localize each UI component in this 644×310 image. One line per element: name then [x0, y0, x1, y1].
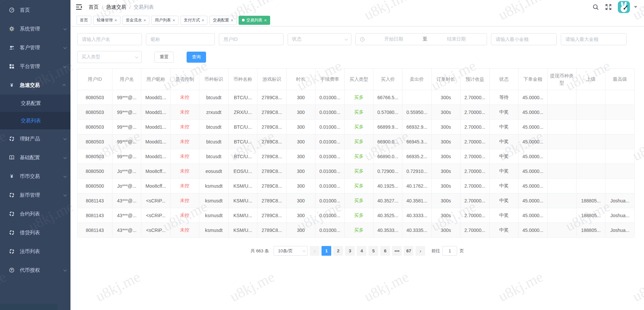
page-button-1[interactable]: 1 [321, 246, 331, 256]
search-icon[interactable] [592, 4, 599, 10]
sidebar-item-contract[interactable]: 合约列表 [0, 204, 70, 223]
table-row[interactable]: 8080500Jo***@...Moo8cff...未控ksmusdtKSM/U… [78, 179, 635, 193]
next-page-button[interactable]: › [415, 246, 425, 256]
fullscreen-icon[interactable] [605, 4, 612, 10]
page-button-2[interactable]: 2 [333, 246, 343, 256]
table-cell [577, 90, 605, 105]
table-row[interactable]: 808050399***@...Moodd1...未控btcusdtBTC/U.… [78, 149, 635, 164]
username-input[interactable] [77, 33, 142, 45]
table-cell: 8081143 [78, 193, 112, 208]
reset-button[interactable]: 重置 [154, 52, 174, 63]
table-row[interactable]: 808114343***@...<sCRiP...未控ksmusdtKSM/U.… [78, 208, 635, 223]
table-cell: 45.0000... [518, 134, 547, 149]
close-icon[interactable]: × [144, 18, 146, 22]
table-cell: Moodd1... [141, 134, 170, 149]
sidebar-item-token-auth[interactable]: 代币授权 [0, 261, 70, 280]
close-icon[interactable]: × [264, 18, 267, 22]
menu-fold-icon[interactable] [75, 3, 83, 11]
page-button-5[interactable]: 5 [368, 246, 378, 256]
min-amount-input[interactable] [491, 33, 557, 45]
max-amount-input[interactable] [561, 33, 627, 45]
table-cell: btcusdt [199, 120, 228, 134]
page-buttons: 123456•••67 [321, 246, 413, 256]
chevron-down-icon[interactable] [634, 6, 637, 8]
table-row[interactable]: 808050399***@...Moodd1...未控btcusdtBTC/U.… [78, 134, 635, 149]
tab-payment[interactable]: 支付方式× [181, 16, 208, 25]
tab-label: 轮播管理 [97, 17, 113, 23]
table-row[interactable]: 808050399***@...Moodd1...未控btcusdtBTC/U.… [78, 90, 635, 105]
table-cell: 8080500 [78, 179, 112, 193]
circle-seg-icon [9, 211, 14, 217]
search-button[interactable]: 查询 [187, 52, 206, 63]
goto-page-input[interactable] [442, 246, 457, 256]
table-cell: 40.3525... [373, 208, 402, 223]
sidebar-item-fiat[interactable]: 法币列表 [0, 242, 70, 261]
table-cell: 66935.2... [402, 149, 431, 164]
close-icon[interactable]: × [231, 18, 233, 22]
table-cell: 188805... [577, 208, 605, 223]
active-tab-dot [242, 19, 245, 21]
table-row[interactable]: 808050399***@...Moodd1...未控btcusdtBTC/U.… [78, 120, 635, 134]
sidebar-item-fast-trade[interactable]: ¥急速交易 [0, 76, 70, 95]
sidebar-item-trade-config[interactable]: 交易配置 [0, 95, 70, 112]
table-cell: Joshua... [605, 223, 635, 238]
tab-trade-config[interactable]: 交易配置× [209, 16, 237, 25]
date-range-picker[interactable]: 开始日期 至 结束日期 [355, 33, 487, 45]
table-cell: 买多 [344, 208, 373, 223]
table-cell: 99***@... [112, 120, 141, 134]
tab-funds[interactable]: 资金流水× [122, 16, 150, 25]
breadcrumb-section[interactable]: 急速交易 [106, 4, 126, 10]
table-cell: 2.70000... [460, 149, 489, 164]
status-select[interactable]: 状态 [288, 33, 351, 45]
prev-page-button[interactable]: ‹ [310, 246, 319, 256]
sidebar-item-base-config[interactable]: 基础配置 [0, 148, 70, 167]
table-row[interactable]: 808114343***@...<sCRiP...未控ksmusdtKSM/U.… [78, 193, 635, 208]
page-button-67[interactable]: 67 [404, 246, 413, 256]
table-row[interactable]: 8080500Jo***@...Moo8cff...未控eosusdtEOS/U… [78, 164, 635, 179]
nickname-input[interactable] [146, 33, 215, 45]
page-button-3[interactable]: 3 [345, 246, 355, 256]
close-icon[interactable]: × [172, 18, 175, 22]
sidebar-item-new-coin[interactable]: 新币管理 [0, 186, 70, 204]
table-cell: eosusdt [199, 164, 228, 179]
table-row[interactable]: 808114343***@...<sCRiP...未控ksmusdtKSM/U.… [78, 223, 635, 238]
buy-type-select[interactable]: 买入类型 [77, 51, 142, 63]
table-cell: 买多 [344, 164, 373, 179]
sidebar-item-trade-list[interactable]: 交易列表 [0, 112, 70, 129]
svg-text:¥: ¥ [10, 82, 13, 88]
tab-trade-list[interactable]: 交易列表× [239, 16, 270, 25]
page-size-select[interactable]: 10条/页 [274, 246, 308, 256]
sidebar-item-home[interactable]: 首页 [0, 1, 70, 19]
sidebar-footer [0, 303, 58, 310]
table-cell: 2789C8... [257, 120, 286, 134]
close-icon[interactable]: × [202, 18, 204, 22]
more-pages-button[interactable]: ••• [392, 246, 402, 256]
tab-home[interactable]: 首页 [77, 16, 91, 25]
chevron-down-icon [63, 46, 67, 49]
table-cell [547, 149, 576, 164]
tab-user-list[interactable]: 用户列表× [151, 16, 179, 25]
sidebar-item-platform[interactable]: 平台管理 [0, 57, 70, 76]
sidebar-item-system[interactable]: 系统管理 [0, 19, 70, 38]
table-cell: 300s [431, 223, 460, 238]
userid-input[interactable] [219, 33, 284, 45]
table-row[interactable]: 808050399***@...Moodd1...未控zrxusdtZRX/U.… [78, 105, 635, 120]
close-icon[interactable]: × [114, 18, 117, 22]
table-cell: 45.0000... [518, 179, 547, 193]
sidebar-item-coin-trade[interactable]: ¥币币交易 [0, 167, 70, 186]
table-cell: 45.0000... [518, 193, 547, 208]
sidebar-item-loan[interactable]: 借贷列表 [0, 223, 70, 242]
table-cell [547, 208, 576, 223]
tab-banner[interactable]: 轮播管理× [93, 16, 120, 25]
sidebar-item-wealth[interactable]: 理财产品 [0, 129, 70, 148]
table-cell: 40.3581... [402, 193, 431, 208]
sidebar-item-customer[interactable]: 客户管理 [0, 38, 70, 57]
page-button-6[interactable]: 6 [380, 246, 390, 256]
breadcrumb-home[interactable]: 首页 [89, 4, 99, 10]
table-cell: Moodd1... [141, 90, 170, 105]
goto-page: 前往 页 [431, 246, 464, 256]
avatar[interactable] [618, 1, 630, 13]
page-button-4[interactable]: 4 [357, 246, 366, 256]
table-cell: 中奖 [489, 179, 518, 193]
breadcrumb-separator: / [129, 4, 131, 10]
